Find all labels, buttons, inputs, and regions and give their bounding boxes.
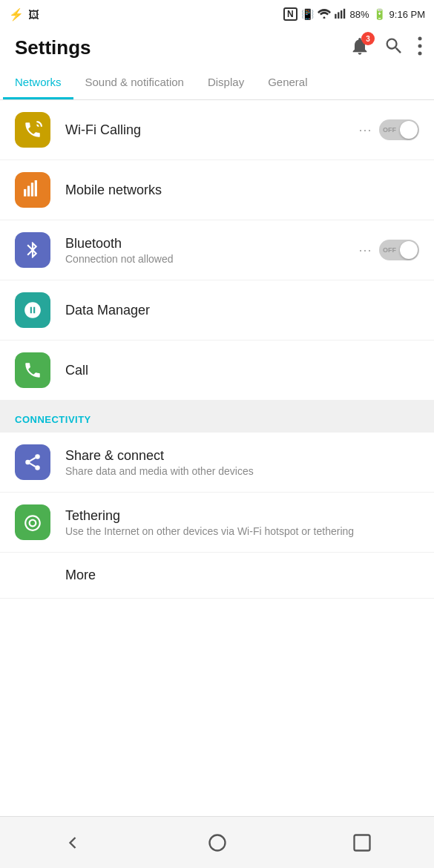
data-manager-text: Data Manager — [65, 303, 419, 318]
header-icons: 3 — [349, 36, 422, 59]
call-text: Call — [65, 363, 419, 378]
bluetooth-subtitle: Connection not allowed — [65, 253, 343, 265]
status-bar-right: N 📳 88% 🔋 9:16 PM — [283, 7, 425, 21]
svg-line-15 — [30, 458, 35, 461]
svg-point-16 — [209, 835, 225, 850]
settings-list: Wi-Fi Calling ⋯ OFF Mobile networks Blue… — [0, 100, 434, 599]
more-item[interactable]: More — [0, 553, 434, 599]
share-connect-text: Share & connect Share data and media wit… — [65, 448, 419, 477]
svg-point-12 — [25, 460, 30, 465]
notification-badge: 3 — [361, 32, 375, 45]
bluetooth-toggle-label: OFF — [383, 246, 396, 254]
status-bar: ⚡ 🖼 N 📳 88% 🔋 9:16 PM — [0, 0, 434, 28]
mobile-networks-title: Mobile networks — [65, 183, 419, 198]
bluetooth-text: Bluetooth Connection not allowed — [65, 236, 343, 265]
bluetooth-toggle[interactable]: OFF — [379, 240, 419, 260]
tab-networks[interactable]: Networks — [3, 67, 73, 99]
svg-rect-3 — [343, 8, 344, 18]
search-button[interactable] — [384, 36, 404, 59]
data-manager-item[interactable]: Data Manager — [0, 280, 434, 341]
wifi-calling-item[interactable]: Wi-Fi Calling ⋯ OFF — [0, 100, 434, 160]
time: 9:16 PM — [389, 9, 425, 20]
tab-sound-notification[interactable]: Sound & notification — [73, 67, 196, 99]
wifi-calling-dots[interactable]: ⋯ — [358, 122, 372, 138]
image-icon: 🖼 — [28, 8, 39, 21]
tethering-title: Tethering — [65, 508, 419, 524]
share-connect-icon-wrap — [15, 444, 50, 480]
bottom-nav — [0, 816, 434, 868]
tethering-subtitle: Use the Internet on other devices via Wi… — [65, 525, 419, 537]
more-title: More — [65, 568, 96, 583]
wifi-calling-actions: ⋯ OFF — [358, 119, 419, 140]
tethering-item[interactable]: Tethering Use the Internet on other devi… — [0, 493, 434, 553]
svg-point-13 — [35, 465, 40, 470]
bluetooth-actions: ⋯ OFF — [358, 240, 419, 260]
svg-rect-17 — [354, 835, 369, 850]
svg-point-4 — [418, 37, 422, 41]
usb-icon: ⚡ — [9, 7, 24, 22]
tethering-text: Tethering Use the Internet on other devi… — [65, 508, 419, 537]
svg-rect-7 — [24, 189, 26, 197]
signal-icon — [335, 8, 346, 21]
tab-display[interactable]: Display — [196, 67, 256, 99]
call-item[interactable]: Call — [0, 341, 434, 401]
call-icon-wrap — [15, 352, 50, 388]
back-button[interactable] — [54, 824, 91, 861]
wifi-calling-toggle[interactable]: OFF — [379, 119, 419, 140]
more-options-button[interactable] — [418, 36, 422, 59]
svg-rect-10 — [35, 180, 37, 197]
bluetooth-toggle-knob — [400, 241, 418, 259]
call-title: Call — [65, 363, 419, 378]
bluetooth-dots[interactable]: ⋯ — [358, 242, 372, 258]
battery-percentage: 88% — [350, 9, 369, 20]
svg-line-14 — [30, 464, 35, 467]
connectivity-section-header: CONNECTIVITY — [0, 401, 434, 433]
share-connect-subtitle: Share data and media with other devices — [65, 465, 419, 477]
recents-button[interactable] — [343, 824, 381, 861]
bluetooth-icon-wrap — [15, 232, 50, 268]
status-bar-left: ⚡ 🖼 — [9, 7, 39, 22]
tab-general[interactable]: General — [256, 67, 319, 99]
svg-rect-9 — [31, 183, 33, 196]
svg-point-6 — [418, 52, 422, 56]
battery-icon: 🔋 — [373, 8, 386, 20]
tethering-icon-wrap — [15, 504, 50, 540]
wifi-icon — [318, 8, 331, 21]
mobile-networks-icon-wrap — [15, 172, 50, 208]
mobile-networks-item[interactable]: Mobile networks — [0, 160, 434, 220]
header: Settings 3 — [0, 28, 434, 67]
data-manager-icon-wrap — [15, 292, 50, 328]
notification-bell-button[interactable]: 3 — [349, 36, 370, 59]
svg-rect-0 — [335, 13, 336, 18]
nfc-icon: N — [283, 7, 297, 21]
svg-rect-1 — [338, 12, 339, 19]
svg-rect-2 — [341, 10, 342, 19]
svg-rect-8 — [27, 186, 30, 197]
vibrate-icon: 📳 — [301, 8, 314, 20]
page-title: Settings — [15, 36, 91, 59]
wifi-calling-icon-wrap — [15, 112, 50, 148]
svg-point-11 — [35, 454, 40, 459]
data-manager-title: Data Manager — [65, 303, 419, 318]
share-connect-item[interactable]: Share & connect Share data and media wit… — [0, 433, 434, 493]
connectivity-section-title: CONNECTIVITY — [15, 414, 419, 425]
bluetooth-item[interactable]: Bluetooth Connection not allowed ⋯ OFF — [0, 220, 434, 280]
wifi-calling-toggle-knob — [400, 121, 418, 139]
tabs: Networks Sound & notification Display Ge… — [0, 67, 434, 100]
wifi-calling-text: Wi-Fi Calling — [65, 122, 343, 138]
wifi-calling-title: Wi-Fi Calling — [65, 122, 343, 138]
home-button[interactable] — [199, 824, 236, 861]
svg-point-5 — [418, 45, 422, 48]
wifi-calling-toggle-label: OFF — [383, 126, 396, 134]
mobile-networks-text: Mobile networks — [65, 183, 419, 198]
bluetooth-title: Bluetooth — [65, 236, 343, 251]
share-connect-title: Share & connect — [65, 448, 419, 464]
